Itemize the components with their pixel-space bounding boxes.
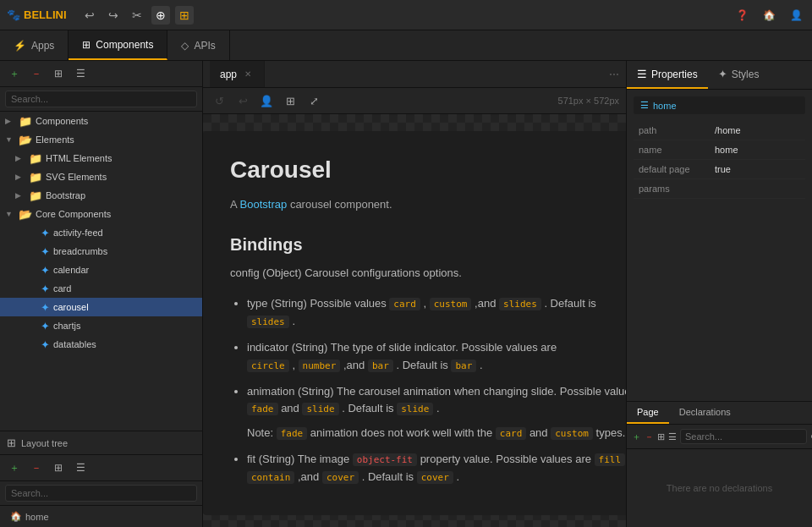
- declarations-toolbar: ＋ － ⊞ ☰ ↺: [627, 425, 812, 449]
- layout-list-button[interactable]: ☰: [71, 458, 90, 477]
- editor-tab-app[interactable]: app ✕: [210, 61, 265, 87]
- delete-component-button[interactable]: －: [27, 64, 46, 83]
- add-declaration-button[interactable]: ＋: [632, 428, 641, 445]
- styles-tab[interactable]: ✦ Styles: [708, 61, 770, 89]
- code-fill: fill: [595, 453, 626, 466]
- decl-list-button[interactable]: ☰: [668, 428, 677, 445]
- view-grid-button[interactable]: ⊞: [49, 64, 68, 83]
- prop-val-name[interactable]: home: [710, 140, 805, 160]
- layout-search-input[interactable]: [5, 485, 197, 502]
- components-label: Components: [96, 39, 153, 51]
- code-circle: circle: [247, 360, 289, 372]
- grid-view-button[interactable]: ⊞: [281, 91, 299, 110]
- delete-layout-button[interactable]: －: [27, 458, 46, 477]
- properties-table: path /home name home default page true p…: [634, 121, 805, 199]
- prop-key-name: name: [634, 140, 710, 160]
- star-icon: ✦: [41, 283, 50, 295]
- zoom-button[interactable]: ⊕: [151, 6, 170, 25]
- tree-item-breadcrumbs[interactable]: ✦ breadcrumbs: [0, 242, 202, 261]
- prop-key-params: params: [634, 179, 710, 199]
- cut-button[interactable]: ✂: [128, 6, 146, 25]
- chevron-icon: ▼: [5, 210, 15, 218]
- tree-item-datatables[interactable]: ✦ datatables: [0, 335, 202, 354]
- code-card-note: card: [496, 427, 527, 440]
- topbar-right: ❓ 🏠 👤: [732, 6, 805, 25]
- layout-toolbar: ＋ － ⊞ ☰: [0, 454, 202, 481]
- help-icon[interactable]: ❓: [732, 6, 751, 25]
- styles-label: Styles: [732, 69, 760, 80]
- bindings-title: Bindings: [230, 231, 626, 258]
- home-icon[interactable]: 🏠: [760, 6, 778, 25]
- tree-item-activity-feed[interactable]: ✦ activity-feed: [0, 223, 202, 242]
- folder-icon: 📂: [19, 208, 32, 221]
- prop-val-path[interactable]: /home: [710, 121, 805, 140]
- declarations-tab[interactable]: Declarations: [669, 402, 741, 424]
- user-view-button[interactable]: 👤: [257, 91, 276, 110]
- tree-item-carousel[interactable]: ✦ carousel: [0, 298, 202, 316]
- prop-row-default-page: default page true: [634, 160, 805, 179]
- components-icon: ⊞: [82, 39, 91, 51]
- tree-item-calendar[interactable]: ✦ calendar: [0, 261, 202, 279]
- decl-grid-button[interactable]: ⊞: [657, 428, 665, 445]
- code-bar: bar: [368, 360, 393, 372]
- home-label: home: [25, 512, 49, 522]
- folder-icon: 📁: [29, 152, 42, 165]
- right-panel: ☰ Properties ✦ Styles ☰ home path /home …: [626, 61, 812, 527]
- close-tab-button[interactable]: ✕: [242, 69, 254, 80]
- prop-row-path: path /home: [634, 121, 805, 140]
- layout-tree-header[interactable]: ⊞ Layout tree: [0, 431, 202, 454]
- code-fade: fade: [247, 403, 278, 415]
- star-icon: ✦: [41, 320, 50, 332]
- chevron-icon: ▶: [5, 117, 15, 125]
- chevron-icon: ▼: [5, 135, 15, 144]
- layout-home-item[interactable]: 🏠 home: [7, 509, 195, 524]
- tree-item-components[interactable]: ▶ 📁 Components: [0, 112, 202, 130]
- redo-button[interactable]: ↪: [104, 6, 123, 25]
- view-list-button[interactable]: ☰: [71, 64, 90, 83]
- layout-search-container: [0, 481, 202, 506]
- editor-area: app ✕ ⋯ ↺ ↩ 👤 ⊞ ⤢ 571px × 572px Carousel…: [203, 61, 626, 527]
- grid-icon: ⊞: [7, 436, 16, 449]
- node-label: home: [653, 101, 677, 111]
- editor-tabs: app ✕ ⋯: [203, 61, 626, 88]
- apis-icon: ◇: [181, 40, 189, 52]
- canvas-size: 571px × 572px: [558, 96, 619, 106]
- tab-apis[interactable]: ◇ APIs: [167, 30, 229, 60]
- node-icon: ☰: [640, 100, 649, 111]
- prop-val-params[interactable]: [710, 179, 805, 199]
- bootstrap-link[interactable]: Bootstrap: [240, 198, 288, 211]
- page-tab[interactable]: Page: [627, 402, 669, 424]
- home-icon: 🏠: [10, 511, 22, 522]
- app-logo: 🐾 BELLINI: [7, 8, 67, 21]
- undo-button[interactable]: ↩: [80, 6, 99, 25]
- refresh-button[interactable]: ↺: [210, 91, 228, 110]
- component-tree: ▶ 📁 Components ▼ 📂 Elements ▶ 📁 HTML Ele…: [0, 112, 202, 431]
- prop-val-default-page[interactable]: true: [710, 160, 805, 179]
- tree-item-core-components[interactable]: ▼ 📂 Core Components: [0, 205, 202, 223]
- tree-item-html-elements[interactable]: ▶ 📁 HTML Elements: [0, 149, 202, 167]
- code-fade-note: fade: [277, 427, 308, 440]
- user-icon[interactable]: 👤: [787, 6, 805, 25]
- tab-apps[interactable]: ⚡ Apps: [0, 30, 69, 60]
- tab-components[interactable]: ⊞ Components: [69, 30, 167, 60]
- tree-item-svg-elements[interactable]: ▶ 📁 SVG Elements: [0, 167, 202, 186]
- add-component-button[interactable]: ＋: [5, 64, 24, 83]
- tree-item-elements[interactable]: ▼ 📂 Elements: [0, 130, 202, 149]
- delete-declaration-button[interactable]: －: [645, 428, 654, 445]
- code-custom: custom: [430, 298, 472, 310]
- sidebar-search-input[interactable]: [5, 91, 197, 107]
- properties-tab[interactable]: ☰ Properties: [627, 61, 708, 89]
- editor-tab-more-button[interactable]: ⋯: [602, 63, 626, 86]
- expand-button[interactable]: ⤢: [304, 91, 323, 110]
- tree-item-bootstrap[interactable]: ▶ 📁 Bootstrap: [0, 186, 202, 205]
- grid-button[interactable]: ⊞: [175, 6, 194, 25]
- back-button[interactable]: ↩: [233, 91, 252, 110]
- apis-label: APIs: [194, 40, 215, 52]
- tree-item-card[interactable]: ✦ card: [0, 279, 202, 298]
- layout-grid-button[interactable]: ⊞: [49, 458, 68, 477]
- tree-item-chartjs[interactable]: ✦ chartjs: [0, 316, 202, 335]
- declarations-search-input[interactable]: [680, 429, 807, 444]
- canvas-area[interactable]: Carousel A Bootstrap carousel component.…: [203, 114, 626, 527]
- subtitle-a: A: [230, 198, 237, 211]
- add-layout-button[interactable]: ＋: [5, 458, 24, 477]
